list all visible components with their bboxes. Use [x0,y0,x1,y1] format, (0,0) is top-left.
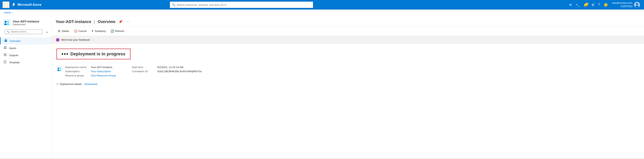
sidebar-item-inputs-label: Inputs [9,47,16,50]
sidebar-collapse-button[interactable]: « [45,30,49,34]
sidebar-item-outputs[interactable]: Outputs [0,52,52,59]
inputs-icon [3,46,7,50]
svg-point-20 [58,68,59,69]
svg-point-1 [636,3,638,5]
correlation-id-value: A1bC2dE3fH4iJ5kL6mN7oP8qR9sT0u [157,70,202,73]
notification-button[interactable]: 🔔 1 [582,2,589,8]
svg-rect-11 [4,48,6,49]
feedback-link[interactable]: → [92,38,94,41]
feedback-button[interactable]: 🙂 [602,2,610,8]
sidebar-search-box[interactable]: 🔍 [5,29,42,34]
deployment-info-left: Deployment name: Your-ADT-instance Subsc… [65,66,116,77]
help-icon: ? [598,3,600,6]
deployment-name-label: Deployment name: [65,66,89,69]
deployment-details: ▽ Deployment details (Download) [52,80,644,88]
svg-rect-16 [4,61,6,62]
user-email: user@contoso.com [612,1,632,5]
refresh-icon: 🔄 [110,29,114,32]
email-icon: ✉ [569,3,572,7]
svg-point-21 [60,68,61,69]
start-time-value: 6/2/2021, 11:24:14 AM [157,66,183,69]
pin-icon: 📌 [118,20,122,23]
avatar [634,2,640,8]
cloud-shell-icon: >_ [576,3,579,6]
svg-rect-12 [4,54,6,54]
sidebar-search-input[interactable] [11,30,41,33]
start-time-row: Start time: 6/2/2021, 11:24:14 AM [132,66,202,69]
feedback-banner-icon: 🟣 [56,38,60,42]
sidebar-item-inputs[interactable]: Inputs [0,44,52,52]
notification-badge: 1 [586,2,588,5]
hamburger-menu[interactable]: ☰ [2,1,10,8]
resource-subtitle: Deployment [13,23,40,26]
content-area: Your-ADT-instance | Overview 📌 ··· 🗑 Del… [52,16,644,158]
resource-group-label: Resource group: [65,74,89,77]
svg-point-4 [4,21,6,23]
deployment-status-section: Deployment is in progress [52,44,644,63]
correlation-id-label: Correlation ID: [132,70,156,73]
breadcrumb-separator: › [12,11,13,14]
svg-rect-14 [4,56,6,56]
delete-button[interactable]: 🗑 Delete [56,28,71,34]
azure-logo: Microsoft Azure [12,3,41,7]
top-nav-actions: ✉ >_ 🔔 1 ⚙ ? 🙂 user@contoso.com CONTOSO [568,0,642,9]
email-icon-button[interactable]: ✉ [568,2,574,8]
subscription-row: Subscription: Your-Subscription [65,70,116,73]
sidebar-item-overview[interactable]: Overview [0,37,52,44]
sidebar-search-icon: 🔍 [6,30,10,33]
svg-point-7 [6,23,9,25]
correlation-id-row: Correlation ID: A1bC2dE3fH4iJ5kL6mN7oP8q… [132,70,202,73]
redeploy-icon: ⬆ [91,29,94,32]
toolbar: 🗑 Delete 🚫 Cancel ⬆ Redeploy 🔄 Refresh [52,26,644,36]
svg-rect-10 [4,47,6,47]
deployment-status-box: Deployment is in progress [56,49,130,59]
outputs-icon [3,53,7,57]
subscription-label: Subscription: [65,70,89,73]
sidebar-item-template-label: Template [9,61,20,64]
status-dot-3 [66,53,68,55]
resource-name: Your-ADT-instance [13,20,40,23]
main-layout: Your-ADT-instance Deployment 🔍 « Overvie… [0,16,644,158]
help-button[interactable]: ? [597,2,602,8]
subscription-link[interactable]: Your-Subscription [91,70,111,73]
svg-point-2 [636,5,639,8]
svg-point-6 [4,23,7,25]
search-input[interactable] [176,3,311,6]
deployment-resource-icon [56,66,62,72]
resource-group-link[interactable]: Your-Resource-Group [91,74,116,77]
feedback-banner: 🟣 We'd love your feedback! → [52,36,644,44]
ellipsis-icon: ··· [126,20,129,23]
start-time-label: Start time: [132,66,156,69]
resource-group-row: Resource group: Your-Resource-Group [65,74,116,77]
cancel-button[interactable]: 🚫 Cancel [72,28,88,34]
status-dots [62,53,68,55]
deployment-status-text: Deployment is in progress [70,51,125,57]
sidebar-item-template[interactable]: Template [0,59,52,66]
deployment-details-toggle[interactable]: ▽ Deployment details (Download) [56,83,639,86]
svg-rect-3 [3,19,10,26]
cloud-shell-button[interactable]: >_ [574,2,581,8]
search-icon: 🔍 [172,3,176,6]
user-menu[interactable]: user@contoso.com CONTOSO [610,0,642,9]
pin-button[interactable]: 📌 [118,19,123,24]
page-title: Your-ADT-instance | Overview [56,19,115,24]
more-options-button[interactable]: ··· [126,19,130,24]
redeploy-button[interactable]: ⬆ Redeploy [89,28,108,34]
svg-rect-17 [4,62,6,62]
download-link[interactable]: (Download) [84,83,98,86]
resource-icon [3,19,10,26]
breadcrumb-home[interactable]: Home [4,11,11,14]
refresh-button[interactable]: 🔄 Refresh [108,28,126,34]
sidebar: Your-ADT-instance Deployment 🔍 « Overvie… [0,16,52,158]
status-dot-1 [62,53,63,55]
status-dot-2 [64,53,66,55]
deployment-info: Deployment name: Your-ADT-instance Subsc… [52,63,644,80]
deployment-name-value: Your-ADT-instance [91,66,112,69]
settings-icon: ⚙ [592,3,594,7]
svg-point-5 [7,21,9,23]
cancel-icon: 🚫 [74,29,77,32]
template-icon [3,60,7,64]
settings-button[interactable]: ⚙ [590,2,596,8]
feedback-icon: 🙂 [604,3,608,7]
global-search-box[interactable]: 🔍 [170,1,313,8]
